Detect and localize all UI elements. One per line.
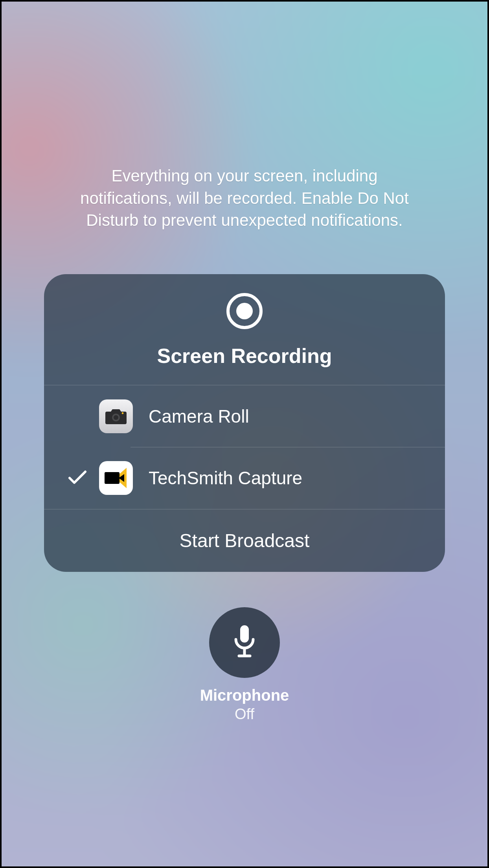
record-icon <box>226 293 263 329</box>
svg-point-2 <box>122 412 124 414</box>
recording-disclaimer-text: Everything on your screen, including not… <box>68 165 421 232</box>
panel-header: Screen Recording <box>44 274 445 385</box>
techsmith-capture-icon <box>99 461 133 495</box>
broadcast-option-techsmith-capture[interactable]: TechSmith Capture <box>44 447 445 509</box>
checkmark-icon <box>68 469 87 487</box>
screen-recording-sheet: Everything on your screen, including not… <box>0 0 489 868</box>
microphone-title: Microphone <box>200 687 289 704</box>
broadcast-target-list: Camera Roll TechSmith Capture <box>44 385 445 509</box>
microphone-state: Off <box>235 706 254 723</box>
microphone-toggle-button[interactable] <box>209 607 280 678</box>
camera-icon <box>99 399 133 433</box>
svg-rect-3 <box>240 625 249 643</box>
svg-point-1 <box>114 415 118 420</box>
start-broadcast-label: Start Broadcast <box>180 530 310 551</box>
microphone-section: Microphone Off <box>200 607 289 723</box>
start-broadcast-button[interactable]: Start Broadcast <box>44 509 445 572</box>
broadcast-option-label: Camera Roll <box>149 406 249 427</box>
screen-recording-panel: Screen Recording Camera Roll <box>44 274 445 572</box>
selection-indicator <box>56 469 99 487</box>
broadcast-option-label: TechSmith Capture <box>149 467 302 489</box>
microphone-icon <box>231 624 258 661</box>
broadcast-option-camera-roll[interactable]: Camera Roll <box>44 385 445 447</box>
panel-title: Screen Recording <box>157 344 332 368</box>
